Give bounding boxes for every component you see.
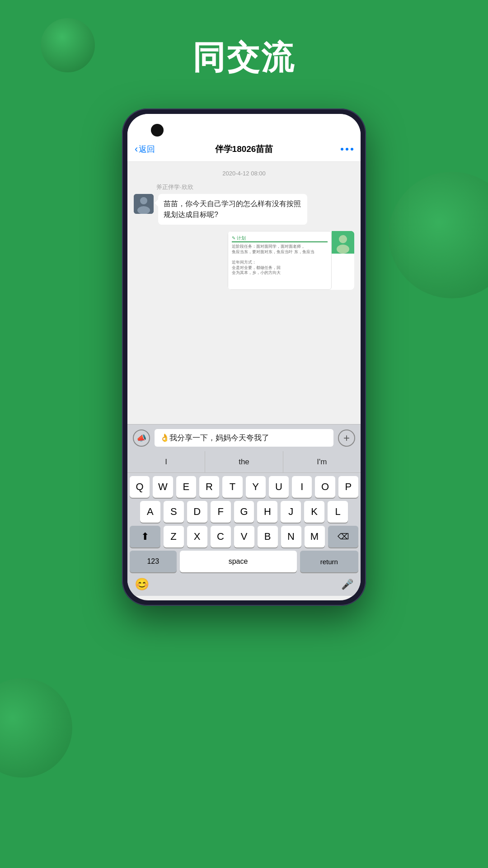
key-V[interactable]: V xyxy=(234,526,254,547)
note-image-content: ✎ 计划 近阶段任务：面对面同学，面对面老师， 鱼应当东，要对面对东，鱼应当叶 … xyxy=(228,231,332,290)
message-row-left: 苗苗，你今天自己学习的怎么样有没有按照规划达成目标呢? xyxy=(134,194,354,225)
key-W[interactable]: W xyxy=(153,476,173,498)
svg-point-4 xyxy=(339,235,347,243)
bg-circle-right xyxy=(389,172,488,298)
voice-icon: 📣 xyxy=(136,433,146,443)
message-text: 苗苗，你今天自己学习的怎么样有没有按照规划达成目标呢? xyxy=(164,200,301,218)
bg-circle-left xyxy=(0,678,72,778)
key-C[interactable]: C xyxy=(211,526,231,547)
svg-point-1 xyxy=(140,197,147,204)
nav-back-button[interactable]: ‹ 返回 xyxy=(135,143,155,155)
chat-content: 2020-4-12 08:00 斧正伴学·欣欣 xyxy=(127,162,361,424)
key-return-label: return xyxy=(320,558,338,566)
phone-frame: ‹ 返回 伴学18026苗苗 2020-4-12 08:00 斧正伴学·欣欣 xyxy=(122,108,366,606)
key-L[interactable]: L xyxy=(328,501,348,523)
key-space-label: space xyxy=(229,557,248,566)
key-H[interactable]: H xyxy=(257,501,277,523)
keyboard-row-3: ⬆ Z X C V B N M ⌫ xyxy=(127,523,361,547)
key-Y[interactable]: Y xyxy=(246,476,266,498)
input-text: 👌我分享一下，妈妈今天夸我了 xyxy=(160,433,269,443)
key-O[interactable]: O xyxy=(315,476,335,498)
key-123[interactable]: 123 xyxy=(130,551,177,572)
svg-point-5 xyxy=(337,245,349,254)
key-D[interactable]: D xyxy=(187,501,207,523)
key-S[interactable]: S xyxy=(164,501,184,523)
keyboard-row-1: Q W E R T Y U I O P xyxy=(127,473,361,498)
predictive-item-1[interactable]: I xyxy=(127,451,205,473)
key-N[interactable]: N xyxy=(281,526,301,547)
key-X[interactable]: X xyxy=(187,526,207,547)
key-I[interactable]: I xyxy=(292,476,312,498)
key-Q[interactable]: Q xyxy=(130,476,150,498)
message-row-right: ✎ 计划 近阶段任务：面对面同学，面对面老师， 鱼应当东，要对面对东，鱼应当叶 … xyxy=(134,231,354,290)
key-T[interactable]: T xyxy=(222,476,242,498)
note-title: ✎ 计划 xyxy=(232,235,328,242)
key-R[interactable]: R xyxy=(199,476,219,498)
key-J[interactable]: J xyxy=(281,501,301,523)
key-E[interactable]: E xyxy=(176,476,196,498)
nav-more-button[interactable] xyxy=(341,148,353,151)
key-123-label: 123 xyxy=(147,557,159,566)
avatar-left xyxy=(134,194,154,214)
page-title: 同交流 xyxy=(0,36,488,80)
shift-key[interactable]: ⬆ xyxy=(130,526,160,547)
nav-bar: ‹ 返回 伴学18026苗苗 xyxy=(127,137,361,162)
keyboard-row-2: A S D F G H J K L xyxy=(127,498,361,523)
sender-label: 斧正伴学·欣欣 xyxy=(156,183,354,191)
microphone-icon[interactable]: 🎤 xyxy=(341,579,353,590)
message-timestamp: 2020-4-12 08:00 xyxy=(134,170,354,177)
predictive-bar: I the I'm xyxy=(127,451,361,473)
nav-title: 伴学18026苗苗 xyxy=(215,143,273,155)
key-M[interactable]: M xyxy=(305,526,325,547)
message-input[interactable]: 👌我分享一下，妈妈今天夸我了 xyxy=(155,429,333,447)
keyboard: Q W E R T Y U I O P A S D F G H J K xyxy=(127,473,361,596)
plus-button[interactable]: + xyxy=(338,429,355,447)
key-G[interactable]: G xyxy=(234,501,254,523)
keyboard-bottom-bar: 😊 🎤 xyxy=(127,574,361,596)
key-space[interactable]: space xyxy=(180,551,297,572)
key-A[interactable]: A xyxy=(140,501,160,523)
image-thumbnail xyxy=(332,231,354,254)
predictive-item-3[interactable]: I'm xyxy=(283,451,361,473)
key-return[interactable]: return xyxy=(300,551,358,572)
keyboard-row-bottom: 123 space return xyxy=(127,547,361,574)
key-U[interactable]: U xyxy=(269,476,289,498)
dot-icon xyxy=(346,148,348,151)
chevron-left-icon: ‹ xyxy=(135,143,138,155)
camera-hole xyxy=(151,124,164,137)
chat-area[interactable]: 2020-4-12 08:00 斧正伴学·欣欣 xyxy=(127,162,361,424)
voice-button[interactable]: 📣 xyxy=(133,429,150,447)
back-label: 返回 xyxy=(139,144,155,155)
phone-screen: ‹ 返回 伴学18026苗苗 2020-4-12 08:00 斧正伴学·欣欣 xyxy=(127,114,361,600)
emoji-key[interactable]: 😊 xyxy=(135,577,149,591)
dot-icon xyxy=(341,148,343,151)
note-body-text: 近阶段任务：面对面同学，面对面老师， 鱼应当东，要对面对东，鱼应当叶 东，鱼应当… xyxy=(232,244,328,276)
key-P[interactable]: P xyxy=(338,476,358,498)
predictive-item-2[interactable]: the xyxy=(205,451,283,473)
message-bubble-left: 苗苗，你今天自己学习的怎么样有没有按照规划达成目标呢? xyxy=(158,194,307,225)
key-K[interactable]: K xyxy=(304,501,324,523)
plus-icon: + xyxy=(343,432,350,444)
input-bar: 📣 👌我分享一下，妈妈今天夸我了 + xyxy=(127,424,361,451)
key-Z[interactable]: Z xyxy=(164,526,184,547)
key-B[interactable]: B xyxy=(258,526,278,547)
delete-key[interactable]: ⌫ xyxy=(328,526,359,547)
key-F[interactable]: F xyxy=(211,501,231,523)
note-image-bubble[interactable]: ✎ 计划 近阶段任务：面对面同学，面对面老师， 鱼应当东，要对面对东，鱼应当叶 … xyxy=(228,231,354,290)
dot-icon xyxy=(351,148,353,151)
